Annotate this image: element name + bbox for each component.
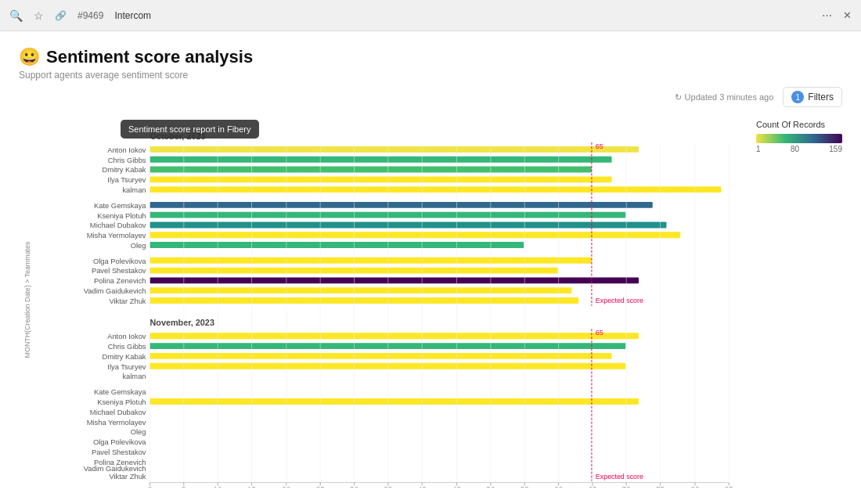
svg-rect-33 (150, 333, 639, 339)
page-subtitle: Support agents average sentiment score (19, 70, 253, 81)
svg-text:Michael Dubakov: Michael Dubakov (90, 409, 146, 416)
page-title: 😀 Sentiment score analysis (19, 47, 253, 67)
svg-rect-27 (150, 287, 571, 293)
svg-rect-23 (150, 268, 557, 274)
svg-text:Michael Dubakov: Michael Dubakov (90, 221, 146, 229)
svg-text:Oleg: Oleg (131, 428, 146, 436)
browser-actions: ⋯ ✕ (822, 9, 852, 21)
svg-text:Misha Yermolayev: Misha Yermolayev (87, 232, 146, 239)
main-chart: MONTH(Creation Date) > Teammates October… (19, 112, 744, 488)
filters-button[interactable]: 1 Filters (783, 87, 842, 107)
legend-min: 1 (756, 145, 761, 153)
svg-rect-19 (150, 242, 524, 248)
legend-labels: 1 80 159 (756, 145, 842, 153)
svg-rect-15 (150, 222, 666, 229)
main-content: 😀 Sentiment score analysis Support agent… (0, 31, 861, 504)
svg-text:Chris Gibbs: Chris Gibbs (108, 157, 146, 164)
chart-area: Sentiment score report in Fibery MONTH(C… (19, 112, 842, 488)
svg-rect-5 (150, 167, 591, 173)
svg-text:Viktar Zhuk: Viktar Zhuk (109, 297, 146, 305)
oct-section-label: October, 2023 (150, 131, 205, 141)
svg-text:Kseniya Plotuh: Kseniya Plotuh (97, 212, 146, 220)
legend-title: Count Of Records (756, 120, 842, 129)
updated-text: ↻ Updated 3 minutes ago (675, 92, 774, 103)
svg-rect-39 (150, 363, 625, 369)
svg-rect-1 (150, 146, 639, 153)
svg-text:Dmitry Kabak: Dmitry Kabak (102, 166, 146, 174)
svg-text:Kseniya Plotuh: Kseniya Plotuh (97, 398, 146, 406)
svg-text:Ilya Tsuryev: Ilya Tsuryev (107, 363, 146, 371)
legend-max: 159 (829, 145, 842, 153)
refresh-icon: ↻ (675, 92, 682, 103)
chart-svg-wrapper: MONTH(Creation Date) > Teammates October… (19, 112, 744, 488)
tab-id: #9469 (77, 10, 103, 21)
search-icon[interactable]: 🔍 (9, 9, 23, 22)
svg-text:kalman: kalman (122, 186, 146, 194)
svg-text:Anton Iokov: Anton Iokov (107, 146, 146, 154)
nov-section-label: November, 2023 (150, 318, 214, 327)
filters-count: 1 (791, 91, 804, 103)
legend-mid: 80 (791, 145, 799, 153)
bookmark-icon[interactable]: ☆ (34, 9, 44, 22)
svg-rect-11 (150, 202, 652, 208)
svg-rect-43 (150, 398, 639, 405)
svg-text:Pavel Shestakov: Pavel Shestakov (92, 448, 146, 456)
svg-rect-3 (150, 157, 611, 163)
svg-text:Kate Gemskaya: Kate Gemskaya (94, 202, 146, 210)
svg-text:65: 65 (596, 142, 603, 150)
svg-text:Olga Polevikova: Olga Polevikova (93, 438, 146, 446)
legend-gradient (756, 134, 842, 143)
svg-text:Anton Iokov: Anton Iokov (107, 333, 146, 340)
svg-rect-29 (150, 297, 578, 304)
svg-text:Viktar Zhuk: Viktar Zhuk (109, 473, 146, 481)
svg-text:Vadim Gaidukevich: Vadim Gaidukevich (84, 287, 146, 295)
svg-rect-7 (150, 176, 611, 182)
svg-text:Polina Zenevich: Polina Zenevich (94, 277, 146, 285)
svg-rect-21 (150, 257, 591, 264)
svg-text:Kate Gemskaya: Kate Gemskaya (94, 388, 146, 396)
link-icon: 🔗 (55, 10, 67, 21)
tab-app: Intercom (114, 10, 151, 21)
svg-text:Chris Gibbs: Chris Gibbs (108, 343, 146, 351)
svg-rect-35 (150, 343, 625, 349)
oct-expected-label: Expected score (596, 297, 643, 304)
svg-rect-37 (150, 353, 611, 359)
y-axis-title: MONTH(Creation Date) > Teammates (23, 241, 31, 358)
svg-text:Dmitry Kabak: Dmitry Kabak (102, 353, 146, 361)
svg-rect-25 (150, 277, 639, 283)
browser-nav-icons: 🔍 ☆ 🔗 #9469 Intercom (9, 9, 151, 22)
svg-rect-9 (150, 186, 721, 193)
legend-area: Count Of Records 1 80 159 (744, 112, 842, 488)
svg-text:Misha Yermolayev: Misha Yermolayev (87, 419, 146, 427)
svg-text:Oleg: Oleg (131, 242, 146, 250)
toolbar: ↻ Updated 3 minutes ago 1 Filters (19, 87, 842, 107)
browser-bar: 🔍 ☆ 🔗 #9469 Intercom ⋯ ✕ (0, 0, 861, 31)
svg-text:Olga Polevikova: Olga Polevikova (93, 257, 146, 265)
svg-rect-17 (150, 232, 680, 238)
close-icon[interactable]: ✕ (843, 9, 852, 21)
svg-text:kalman: kalman (122, 373, 146, 380)
svg-text:65: 65 (596, 329, 603, 337)
more-icon[interactable]: ⋯ (822, 9, 832, 21)
svg-text:Vadim Gaidukevich: Vadim Gaidukevich (84, 465, 146, 473)
svg-rect-13 (150, 212, 625, 218)
filters-label: Filters (808, 92, 834, 103)
svg-text:Ilya Tsuryev: Ilya Tsuryev (107, 176, 146, 184)
svg-text:Pavel Shestakov: Pavel Shestakov (92, 268, 146, 275)
nov-expected-label: Expected score (596, 473, 643, 481)
title-emoji: 😀 (19, 47, 40, 67)
